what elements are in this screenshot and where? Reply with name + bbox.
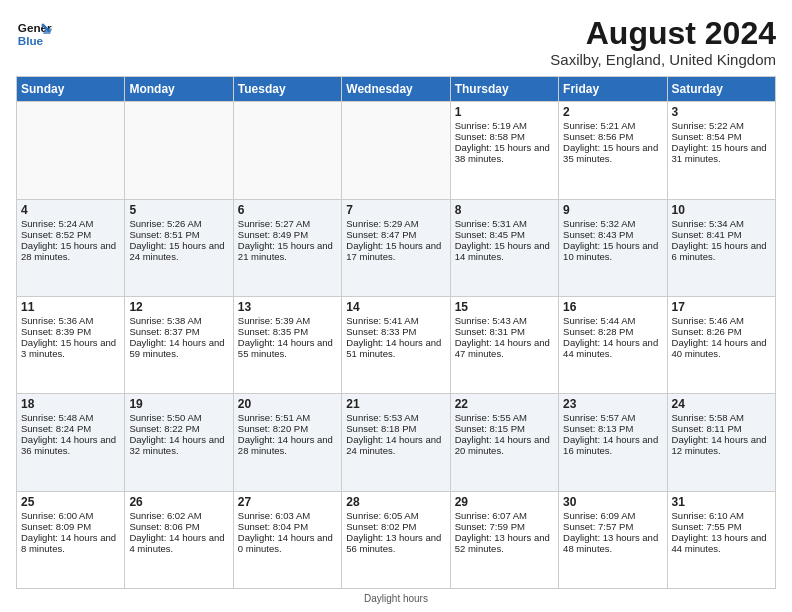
calendar-cell: 4Sunrise: 5:24 AMSunset: 8:52 PMDaylight… xyxy=(17,199,125,296)
calendar-cell: 21Sunrise: 5:53 AMSunset: 8:18 PMDayligh… xyxy=(342,394,450,491)
week-row-5: 25Sunrise: 6:00 AMSunset: 8:09 PMDayligh… xyxy=(17,491,776,588)
calendar-cell xyxy=(342,102,450,199)
calendar-cell xyxy=(17,102,125,199)
sunrise: Sunrise: 5:51 AM xyxy=(238,412,310,423)
day-number: 10 xyxy=(672,203,771,217)
daylight: Daylight: 14 hours and 24 minutes. xyxy=(346,434,441,456)
sunrise: Sunrise: 5:41 AM xyxy=(346,315,418,326)
sunrise: Sunrise: 5:43 AM xyxy=(455,315,527,326)
day-number: 21 xyxy=(346,397,445,411)
daylight: Daylight: 14 hours and 8 minutes. xyxy=(21,532,116,554)
sunset: Sunset: 8:56 PM xyxy=(563,131,633,142)
daylight: Daylight: 14 hours and 12 minutes. xyxy=(672,434,767,456)
sunset: Sunset: 8:15 PM xyxy=(455,423,525,434)
sunset: Sunset: 8:18 PM xyxy=(346,423,416,434)
sunset: Sunset: 8:35 PM xyxy=(238,326,308,337)
day-number: 28 xyxy=(346,495,445,509)
daylight: Daylight: 14 hours and 36 minutes. xyxy=(21,434,116,456)
sunrise: Sunrise: 5:29 AM xyxy=(346,218,418,229)
svg-text:Blue: Blue xyxy=(18,34,44,47)
calendar-cell: 23Sunrise: 5:57 AMSunset: 8:13 PMDayligh… xyxy=(559,394,667,491)
sunrise: Sunrise: 5:57 AM xyxy=(563,412,635,423)
sunrise: Sunrise: 5:19 AM xyxy=(455,120,527,131)
daylight: Daylight: 14 hours and 32 minutes. xyxy=(129,434,224,456)
calendar-cell: 1Sunrise: 5:19 AMSunset: 8:58 PMDaylight… xyxy=(450,102,558,199)
day-number: 1 xyxy=(455,105,554,119)
sunset: Sunset: 8:04 PM xyxy=(238,521,308,532)
sunset: Sunset: 8:54 PM xyxy=(672,131,742,142)
col-header-tuesday: Tuesday xyxy=(233,77,341,102)
sunset: Sunset: 8:26 PM xyxy=(672,326,742,337)
col-header-thursday: Thursday xyxy=(450,77,558,102)
col-header-monday: Monday xyxy=(125,77,233,102)
daylight: Daylight: 14 hours and 40 minutes. xyxy=(672,337,767,359)
day-number: 18 xyxy=(21,397,120,411)
calendar-cell: 10Sunrise: 5:34 AMSunset: 8:41 PMDayligh… xyxy=(667,199,775,296)
day-number: 16 xyxy=(563,300,662,314)
title-block: August 2024 Saxilby, England, United Kin… xyxy=(550,16,776,68)
sunset: Sunset: 8:31 PM xyxy=(455,326,525,337)
daylight: Daylight: 15 hours and 28 minutes. xyxy=(21,240,116,262)
page: General Blue August 2024 Saxilby, Englan… xyxy=(0,0,792,612)
calendar-cell: 12Sunrise: 5:38 AMSunset: 8:37 PMDayligh… xyxy=(125,296,233,393)
sunset: Sunset: 8:39 PM xyxy=(21,326,91,337)
sunrise: Sunrise: 5:44 AM xyxy=(563,315,635,326)
day-number: 6 xyxy=(238,203,337,217)
footer-text: Daylight hours xyxy=(364,593,428,604)
sunset: Sunset: 8:33 PM xyxy=(346,326,416,337)
header: General Blue August 2024 Saxilby, Englan… xyxy=(16,16,776,68)
calendar-cell: 13Sunrise: 5:39 AMSunset: 8:35 PMDayligh… xyxy=(233,296,341,393)
sunrise: Sunrise: 5:32 AM xyxy=(563,218,635,229)
sunset: Sunset: 8:20 PM xyxy=(238,423,308,434)
col-header-friday: Friday xyxy=(559,77,667,102)
col-header-saturday: Saturday xyxy=(667,77,775,102)
sunset: Sunset: 8:58 PM xyxy=(455,131,525,142)
sunset: Sunset: 7:59 PM xyxy=(455,521,525,532)
daylight: Daylight: 15 hours and 10 minutes. xyxy=(563,240,658,262)
sunrise: Sunrise: 5:26 AM xyxy=(129,218,201,229)
calendar-cell: 9Sunrise: 5:32 AMSunset: 8:43 PMDaylight… xyxy=(559,199,667,296)
sunrise: Sunrise: 6:09 AM xyxy=(563,510,635,521)
daylight: Daylight: 14 hours and 47 minutes. xyxy=(455,337,550,359)
calendar-cell: 3Sunrise: 5:22 AMSunset: 8:54 PMDaylight… xyxy=(667,102,775,199)
calendar-cell: 11Sunrise: 5:36 AMSunset: 8:39 PMDayligh… xyxy=(17,296,125,393)
calendar-cell xyxy=(125,102,233,199)
header-row: SundayMondayTuesdayWednesdayThursdayFrid… xyxy=(17,77,776,102)
sunrise: Sunrise: 6:10 AM xyxy=(672,510,744,521)
day-number: 11 xyxy=(21,300,120,314)
daylight: Daylight: 14 hours and 55 minutes. xyxy=(238,337,333,359)
sunset: Sunset: 8:28 PM xyxy=(563,326,633,337)
daylight: Daylight: 15 hours and 21 minutes. xyxy=(238,240,333,262)
sunset: Sunset: 8:06 PM xyxy=(129,521,199,532)
day-number: 9 xyxy=(563,203,662,217)
daylight: Daylight: 15 hours and 24 minutes. xyxy=(129,240,224,262)
calendar-cell xyxy=(233,102,341,199)
subtitle: Saxilby, England, United Kingdom xyxy=(550,51,776,68)
daylight: Daylight: 15 hours and 31 minutes. xyxy=(672,142,767,164)
sunrise: Sunrise: 5:36 AM xyxy=(21,315,93,326)
day-number: 5 xyxy=(129,203,228,217)
day-number: 27 xyxy=(238,495,337,509)
calendar-cell: 16Sunrise: 5:44 AMSunset: 8:28 PMDayligh… xyxy=(559,296,667,393)
daylight: Daylight: 13 hours and 52 minutes. xyxy=(455,532,550,554)
calendar-cell: 5Sunrise: 5:26 AMSunset: 8:51 PMDaylight… xyxy=(125,199,233,296)
sunrise: Sunrise: 5:24 AM xyxy=(21,218,93,229)
sunrise: Sunrise: 5:21 AM xyxy=(563,120,635,131)
sunset: Sunset: 8:13 PM xyxy=(563,423,633,434)
sunrise: Sunrise: 6:03 AM xyxy=(238,510,310,521)
calendar-cell: 2Sunrise: 5:21 AMSunset: 8:56 PMDaylight… xyxy=(559,102,667,199)
sunrise: Sunrise: 5:55 AM xyxy=(455,412,527,423)
week-row-1: 1Sunrise: 5:19 AMSunset: 8:58 PMDaylight… xyxy=(17,102,776,199)
day-number: 25 xyxy=(21,495,120,509)
calendar-cell: 6Sunrise: 5:27 AMSunset: 8:49 PMDaylight… xyxy=(233,199,341,296)
calendar-cell: 24Sunrise: 5:58 AMSunset: 8:11 PMDayligh… xyxy=(667,394,775,491)
sunrise: Sunrise: 5:48 AM xyxy=(21,412,93,423)
daylight: Daylight: 14 hours and 20 minutes. xyxy=(455,434,550,456)
sunset: Sunset: 7:55 PM xyxy=(672,521,742,532)
day-number: 8 xyxy=(455,203,554,217)
week-row-4: 18Sunrise: 5:48 AMSunset: 8:24 PMDayligh… xyxy=(17,394,776,491)
daylight: Daylight: 14 hours and 4 minutes. xyxy=(129,532,224,554)
daylight: Daylight: 14 hours and 51 minutes. xyxy=(346,337,441,359)
day-number: 20 xyxy=(238,397,337,411)
daylight: Daylight: 15 hours and 38 minutes. xyxy=(455,142,550,164)
